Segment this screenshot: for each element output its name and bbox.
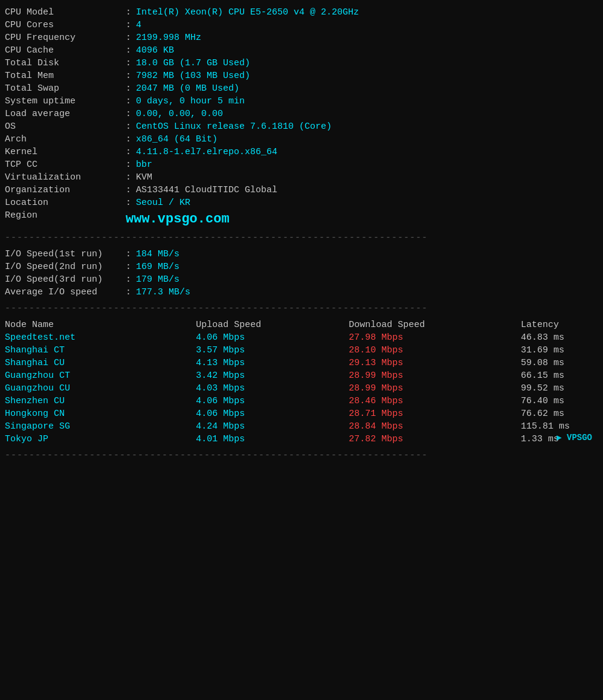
network-node-name: Tokyo JP xyxy=(5,433,196,446)
network-upload-speed: 4.06 Mbps xyxy=(196,395,349,407)
io-section: I/O Speed(1st run) : 184 MB/s I/O Speed(… xyxy=(5,248,598,299)
cpu-cores-value: 4 xyxy=(136,20,141,30)
network-download-speed: 28.99 Mbps xyxy=(349,369,521,382)
org-row: Organization : AS133441 CloudITIDC Globa… xyxy=(5,184,598,196)
network-node-name: Shanghai CU xyxy=(5,357,196,369)
network-upload-speed: 4.13 Mbps xyxy=(196,357,349,369)
total-mem-label: Total Mem xyxy=(5,71,126,81)
total-mem-row: Total Mem : 7982 MB (103 MB Used) xyxy=(5,70,598,82)
network-download-speed: 29.13 Mbps xyxy=(349,357,521,369)
cpu-freq-row: CPU Frequency : 2199.998 MHz xyxy=(5,31,598,44)
io-run1-row: I/O Speed(1st run) : 184 MB/s xyxy=(5,248,598,261)
network-latency: 31.69 ms xyxy=(521,344,598,357)
cpu-cores-label: CPU Cores xyxy=(5,20,126,30)
network-table-row: Hongkong CN4.06 Mbps28.71 Mbps76.62 ms xyxy=(5,407,598,420)
network-table-row: Guangzhou CT3.42 Mbps28.99 Mbps66.15 ms xyxy=(5,369,598,382)
network-node-name: Shenzhen CU xyxy=(5,395,196,407)
total-disk-value: 18.0 GB (1.7 GB Used) xyxy=(136,58,250,68)
network-download-speed: 27.98 Mbps xyxy=(349,331,521,344)
col-latency-header: Latency xyxy=(521,319,598,331)
os-label: OS xyxy=(5,122,126,132)
cpu-cache-value: 4096 KB xyxy=(136,45,174,56)
col-node-header: Node Name xyxy=(5,319,196,331)
divider-1: ----------------------------------------… xyxy=(5,233,598,243)
network-download-speed: 27.82 Mbps xyxy=(349,433,521,446)
network-table-row: Guangzhou CU4.03 Mbps28.99 Mbps99.52 ms xyxy=(5,382,598,395)
cpu-model-value: Intel(R) Xeon(R) CPU E5-2650 v4 @ 2.20GH… xyxy=(136,7,359,18)
io-avg-colon: : xyxy=(126,287,131,297)
network-table-row: Speedtest.net4.06 Mbps27.98 Mbps46.83 ms xyxy=(5,331,598,344)
location-label: Location xyxy=(5,198,126,208)
total-swap-value: 2047 MB (0 MB Used) xyxy=(136,83,239,94)
os-row: OS : CentOS Linux release 7.6.1810 (Core… xyxy=(5,120,598,133)
divider-2: ----------------------------------------… xyxy=(5,303,598,314)
arch-colon: : xyxy=(126,134,131,144)
cpu-cores-colon: : xyxy=(126,20,131,30)
cpu-freq-colon: : xyxy=(126,33,131,43)
network-table-header: Node Name Upload Speed Download Speed La… xyxy=(5,319,598,331)
network-upload-speed: 4.06 Mbps xyxy=(196,331,349,344)
cpu-cache-label: CPU Cache xyxy=(5,45,126,56)
virt-row: Virtualization : KVM xyxy=(5,171,598,184)
org-colon: : xyxy=(126,185,131,195)
network-node-name: Guangzhou CT xyxy=(5,369,196,382)
virt-label: Virtualization xyxy=(5,172,126,183)
cpu-freq-label: CPU Frequency xyxy=(5,33,126,43)
cpu-model-colon: : xyxy=(126,7,131,18)
load-avg-colon: : xyxy=(126,109,131,119)
network-latency: 76.62 ms xyxy=(521,407,598,420)
network-latency: 115.81 ms xyxy=(521,420,598,433)
col-download-header: Download Speed xyxy=(349,319,521,331)
tcp-cc-colon: : xyxy=(126,160,131,170)
network-upload-speed: 4.24 Mbps xyxy=(196,420,349,433)
network-download-speed: 28.84 Mbps xyxy=(349,420,521,433)
kernel-colon: : xyxy=(126,147,131,157)
network-latency: 99.52 ms xyxy=(521,382,598,395)
network-node-name: Shanghai CT xyxy=(5,344,196,357)
cpu-cache-colon: : xyxy=(126,45,131,56)
total-swap-row: Total Swap : 2047 MB (0 MB Used) xyxy=(5,82,598,95)
tcp-cc-row: TCP CC : bbr xyxy=(5,158,598,171)
cpu-model-label: CPU Model xyxy=(5,7,126,18)
network-node-name: Speedtest.net xyxy=(5,331,196,344)
uptime-colon: : xyxy=(126,96,131,106)
system-info-section: CPU Model : Intel(R) Xeon(R) CPU E5-2650… xyxy=(5,6,598,228)
cpu-cores-row: CPU Cores : 4 xyxy=(5,19,598,31)
total-mem-colon: : xyxy=(126,71,131,81)
virt-value: KVM xyxy=(136,172,152,183)
total-swap-colon: : xyxy=(126,83,131,94)
load-avg-value: 0.00, 0.00, 0.00 xyxy=(136,109,223,119)
region-label: Region xyxy=(5,210,126,227)
io-run3-row: I/O Speed(3rd run) : 179 MB/s xyxy=(5,273,598,286)
divider-3: ----------------------------------------… xyxy=(5,450,598,461)
io-run2-colon: : xyxy=(126,262,131,272)
uptime-value: 0 days, 0 hour 5 min xyxy=(136,96,245,106)
io-run1-colon: : xyxy=(126,249,131,259)
network-node-name: Guangzhou CU xyxy=(5,382,196,395)
kernel-value: 4.11.8-1.el7.elrepo.x86_64 xyxy=(136,147,277,157)
tcp-cc-label: TCP CC xyxy=(5,160,126,170)
network-section: Node Name Upload Speed Download Speed La… xyxy=(5,319,598,446)
io-avg-label: Average I/O speed xyxy=(5,287,126,297)
arch-value: x86_64 (64 Bit) xyxy=(136,134,218,144)
uptime-label: System uptime xyxy=(5,96,126,106)
org-label: Organization xyxy=(5,185,126,195)
total-disk-row: Total Disk : 18.0 GB (1.7 GB Used) xyxy=(5,57,598,70)
network-node-name: Hongkong CN xyxy=(5,407,196,420)
network-download-speed: 28.99 Mbps xyxy=(349,382,521,395)
io-run2-row: I/O Speed(2nd run) : 169 MB/s xyxy=(5,261,598,273)
total-mem-value: 7982 MB (103 MB Used) xyxy=(136,71,250,81)
network-latency: 66.15 ms xyxy=(521,369,598,382)
io-run1-value: 184 MB/s xyxy=(136,249,179,259)
network-download-speed: 28.71 Mbps xyxy=(349,407,521,420)
total-disk-colon: : xyxy=(126,58,131,68)
tcp-cc-value: bbr xyxy=(136,160,152,170)
os-colon: : xyxy=(126,122,131,132)
kernel-label: Kernel xyxy=(5,147,126,157)
network-node-name: Singapore SG xyxy=(5,420,196,433)
os-value: CentOS Linux release 7.6.1810 (Core) xyxy=(136,122,332,132)
arch-label: Arch xyxy=(5,134,126,144)
total-swap-label: Total Swap xyxy=(5,83,126,94)
uptime-row: System uptime : 0 days, 0 hour 5 min xyxy=(5,95,598,108)
network-upload-speed: 3.42 Mbps xyxy=(196,369,349,382)
